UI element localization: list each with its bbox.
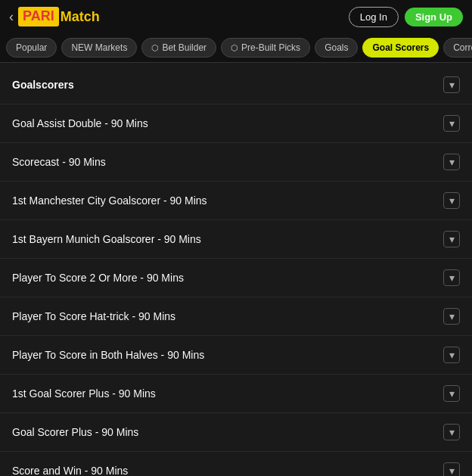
logo-parimatch: PARI: [18, 7, 59, 26]
market-label-1st-bayern: 1st Bayern Munich Goalscorer - 90 Mins: [12, 233, 201, 245]
market-label-scorecast: Scorecast - 90 Mins: [12, 156, 106, 168]
market-item-player-both-halves[interactable]: Player To Score in Both Halves - 90 Mins: [0, 336, 472, 375]
tab-pre-built-picks[interactable]: ⬡Pre-Built Picks: [221, 38, 310, 58]
market-item-player-hat-trick[interactable]: Player To Score Hat-trick - 90 Mins: [0, 297, 472, 336]
market-item-1st-bayern[interactable]: 1st Bayern Munich Goalscorer - 90 Mins: [0, 220, 472, 259]
market-list: GoalscorersGoal Assist Double - 90 MinsS…: [0, 63, 472, 476]
signup-button[interactable]: Sign Up: [405, 8, 463, 26]
header-actions: Log In Sign Up: [349, 7, 463, 27]
logo: ‹ PARI Match: [9, 7, 100, 26]
tab-label-goal-scorers: Goal Scorers: [372, 42, 429, 53]
market-item-score-and-win[interactable]: Score and Win - 90 Mins: [0, 452, 472, 476]
market-item-scorecast[interactable]: Scorecast - 90 Mins: [0, 143, 472, 182]
market-label-player-hat-trick: Player To Score Hat-trick - 90 Mins: [12, 310, 175, 322]
tab-label-pre-built-picks: Pre-Built Picks: [241, 42, 300, 53]
tab-bet-builder[interactable]: ⬡Bet Builder: [141, 38, 216, 58]
chevron-down-icon-score-and-win: [443, 462, 460, 476]
market-label-1st-goal-scorer-plus: 1st Goal Scorer Plus - 90 Mins: [12, 387, 156, 400]
back-button[interactable]: ‹: [9, 9, 14, 25]
chevron-down-icon-1st-man-city: [443, 192, 460, 209]
tab-new-markets[interactable]: NEW Markets: [61, 38, 137, 58]
tab-label-new-markets: NEW Markets: [71, 42, 127, 53]
market-label-goal-scorer-plus-90: Goal Scorer Plus - 90 Mins: [12, 426, 138, 438]
market-item-1st-man-city[interactable]: 1st Manchester City Goalscorer - 90 Mins: [0, 182, 472, 220]
tab-label-popular: Popular: [16, 42, 47, 53]
market-label-player-score-2-more: Player To Score 2 Or More - 90 Mins: [12, 272, 184, 284]
chevron-down-icon-1st-bayern: [443, 231, 460, 247]
header: ‹ PARI Match Log In Sign Up: [0, 0, 472, 33]
chevron-down-icon-player-hat-trick: [443, 308, 460, 325]
tab-label-bet-builder: Bet Builder: [162, 42, 206, 53]
chevron-down-icon-goalscorers: [443, 76, 460, 93]
chevron-down-icon-goal-assist-double: [443, 115, 460, 132]
market-item-goalscorers[interactable]: Goalscorers: [0, 66, 472, 104]
tab-goals[interactable]: Goals: [315, 38, 358, 58]
tab-popular[interactable]: Popular: [6, 38, 57, 58]
tab-correct-s[interactable]: Correct S: [443, 38, 472, 58]
tab-icon-pre-built-picks: ⬡: [231, 43, 238, 53]
market-item-1st-goal-scorer-plus[interactable]: 1st Goal Scorer Plus - 90 Mins: [0, 375, 472, 413]
chevron-down-icon-1st-goal-scorer-plus: [443, 385, 460, 402]
login-button[interactable]: Log In: [349, 7, 399, 27]
market-item-goal-assist-double[interactable]: Goal Assist Double - 90 Mins: [0, 104, 472, 143]
market-item-goal-scorer-plus-90[interactable]: Goal Scorer Plus - 90 Mins: [0, 413, 472, 452]
tab-label-correct-s: Correct S: [453, 42, 472, 53]
logo-match: Match: [61, 9, 100, 25]
nav-tabs: PopularNEW Markets⬡Bet Builder⬡Pre-Built…: [0, 33, 472, 63]
chevron-down-icon-goal-scorer-plus-90: [443, 424, 460, 440]
tab-icon-bet-builder: ⬡: [151, 43, 159, 53]
market-item-player-score-2-more[interactable]: Player To Score 2 Or More - 90 Mins: [0, 259, 472, 297]
market-label-1st-man-city: 1st Manchester City Goalscorer - 90 Mins: [12, 194, 207, 207]
market-label-player-both-halves: Player To Score in Both Halves - 90 Mins: [12, 349, 204, 361]
market-label-score-and-win: Score and Win - 90 Mins: [12, 465, 128, 476]
tab-goal-scorers[interactable]: Goal Scorers: [362, 38, 439, 58]
chevron-down-icon-player-both-halves: [443, 347, 460, 363]
chevron-down-icon-player-score-2-more: [443, 269, 460, 286]
tab-label-goals: Goals: [324, 42, 348, 53]
market-label-goalscorers: Goalscorers: [12, 79, 74, 91]
market-label-goal-assist-double: Goal Assist Double - 90 Mins: [12, 117, 148, 129]
chevron-down-icon-scorecast: [443, 154, 460, 170]
